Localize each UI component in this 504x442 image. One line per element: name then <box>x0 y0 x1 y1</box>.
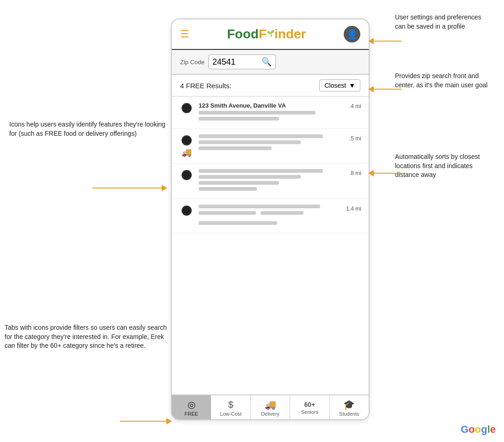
result-line-1 <box>199 111 316 115</box>
tab-seniors[interactable]: 60+ Seniors <box>290 395 329 419</box>
result-line-1 <box>199 205 320 208</box>
tab-seniors-label: Seniors <box>301 409 318 415</box>
result-line-3 <box>199 181 279 185</box>
annotation-sort: Automatically sorts by closest locations… <box>395 152 497 180</box>
google-o2: o <box>475 424 481 435</box>
result-icons-col <box>179 102 194 113</box>
students-icon: 🎓 <box>343 399 355 410</box>
result-icons-col: 🚚 <box>179 134 194 157</box>
tab-bar: ◎ FREE $ Low-Cost 🚚 Delivery 60+ Seniors… <box>172 394 369 419</box>
result-line-1 <box>199 169 323 173</box>
result-line-2 <box>199 117 279 121</box>
arrow-zip <box>368 86 401 92</box>
phone-frame: ☰ FoodF🌱inder 👤 Zip Code 🔍 4 FREE Result… <box>171 18 370 420</box>
title-inder: inder <box>274 27 306 41</box>
result-line-2 <box>199 175 301 179</box>
result-line-2 <box>199 211 256 215</box>
google-o1: o <box>468 424 474 435</box>
arrow-icons <box>92 185 167 191</box>
result-item[interactable]: .8 mi <box>172 163 369 199</box>
result-line-2 <box>199 140 301 144</box>
tab-delivery-label: Delivery <box>261 411 279 417</box>
result-item[interactable]: 🚚 .5 mi <box>172 129 369 163</box>
radio-icon <box>182 135 192 145</box>
google-e: e <box>490 424 496 435</box>
arrow-sort <box>368 170 401 176</box>
tab-free-label: FREE <box>185 411 198 417</box>
arrow-profile <box>368 38 401 44</box>
profile-button[interactable]: 👤 <box>344 26 360 42</box>
google-g: G <box>461 424 468 435</box>
search-bar: Zip Code 🔍 <box>172 50 369 75</box>
sort-arrow-icon: ▼ <box>349 82 355 89</box>
result-line-4 <box>199 187 257 191</box>
result-item[interactable]: 1.4 mi <box>172 199 369 233</box>
result-address: 123 Smith Avenue, Danville VA <box>199 102 345 109</box>
results-header: 4 FREE Results: Closest ▼ <box>172 75 369 97</box>
delivery-icon: 🚚 <box>265 399 276 410</box>
title-leaf: 🌱 <box>267 30 274 37</box>
result-details <box>199 134 345 152</box>
arrow-tabs <box>120 418 172 424</box>
tab-students-label: Students <box>339 411 359 417</box>
result-icons-col <box>179 169 194 180</box>
low-cost-icon: $ <box>228 400 233 410</box>
annotation-icons: Icons help users easily identify feature… <box>9 120 166 138</box>
delivery-truck-icon: 🚚 <box>182 147 192 157</box>
google-logo: Google <box>461 424 496 436</box>
result-line-4 <box>199 221 277 225</box>
google-g2: g <box>481 424 487 435</box>
annotation-profile: User settings and preferences can be sav… <box>395 13 492 31</box>
free-icon: ◎ <box>188 399 195 410</box>
result-distance: .5 mi <box>349 134 361 142</box>
annotation-tabs: Tabs with icons provide filters so users… <box>5 323 169 351</box>
title-food: Food <box>227 27 259 41</box>
zip-input-wrapper[interactable]: 🔍 <box>208 54 276 69</box>
result-item[interactable]: 123 Smith Avenue, Danville VA .4 mi <box>172 97 369 129</box>
tab-free[interactable]: ◎ FREE <box>172 395 211 419</box>
app-header: ☰ FoodF🌱inder 👤 <box>172 19 369 50</box>
result-line-3 <box>199 146 272 150</box>
zip-input[interactable] <box>213 57 259 67</box>
radio-icon <box>182 103 192 113</box>
sort-label: Closest <box>324 82 346 89</box>
result-icons-col <box>179 205 194 216</box>
tab-students[interactable]: 🎓 Students <box>330 395 369 419</box>
app-title: FoodF🌱inder <box>227 27 306 42</box>
result-details: 123 Smith Avenue, Danville VA <box>199 102 345 123</box>
result-line-1 <box>199 134 323 138</box>
radio-icon <box>182 206 192 216</box>
annotation-zip: Provides zip search front and center, as… <box>395 72 497 90</box>
sort-dropdown[interactable]: Closest ▼ <box>319 79 360 91</box>
hamburger-menu-icon[interactable]: ☰ <box>180 28 189 40</box>
result-distance: .4 mi <box>349 102 361 109</box>
result-distance: .8 mi <box>349 169 361 176</box>
results-list: 123 Smith Avenue, Danville VA .4 mi 🚚 .5 <box>172 97 369 419</box>
result-distance: 1.4 mi <box>346 205 361 212</box>
tab-low-cost-label: Low-Cost <box>220 411 241 417</box>
title-f: F <box>259 27 267 41</box>
radio-icon <box>182 170 192 180</box>
tab-delivery[interactable]: 🚚 Delivery <box>251 395 290 419</box>
zip-code-label: Zip Code <box>180 59 205 66</box>
result-details <box>199 169 345 193</box>
tab-low-cost[interactable]: $ Low-Cost <box>211 395 250 419</box>
profile-person-icon: 👤 <box>346 29 358 40</box>
search-icon[interactable]: 🔍 <box>261 57 272 67</box>
result-line-3 <box>261 211 304 215</box>
results-count: 4 FREE Results: <box>180 82 231 90</box>
result-details <box>199 205 341 227</box>
seniors-icon: 60+ <box>304 401 316 408</box>
